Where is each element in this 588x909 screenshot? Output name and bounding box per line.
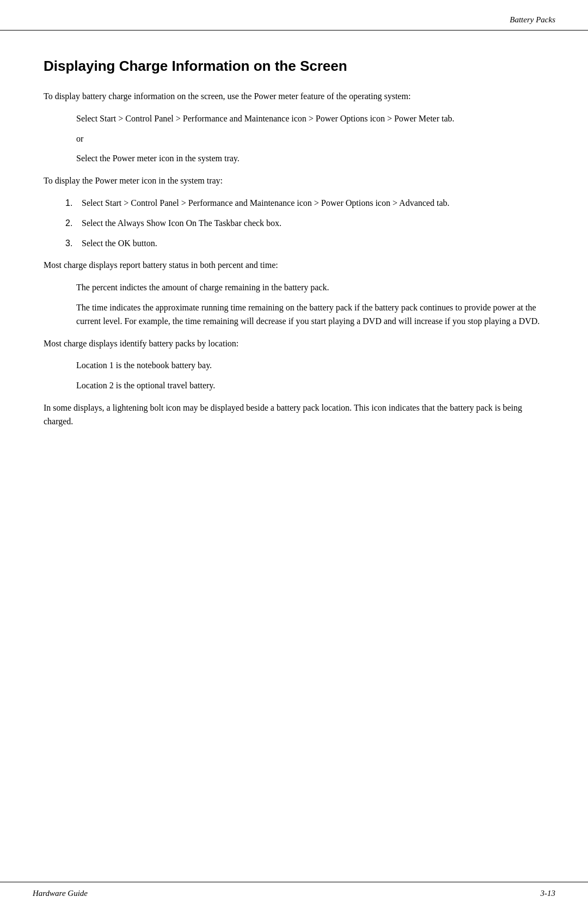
lightning-note: In some displays, a lightening bolt icon… [44,401,544,429]
system-tray-alt: Select the Power meter icon in the syste… [76,152,544,166]
numbered-list: 1. Select Start > Control Panel > Perfor… [65,197,544,250]
location-1: Location 1 is the notebook battery bay. [76,359,544,373]
item-number-2: 2. [65,217,82,230]
item-number-3: 3. [65,237,82,251]
header-title: Battery Packs [510,15,555,25]
item-text-2: Select the Always Show Icon On The Taskb… [82,217,544,230]
system-tray-intro: To display the Power meter icon in the s… [44,174,544,188]
item-number-1: 1. [65,197,82,210]
footer-left: Hardware Guide [33,889,88,898]
item-text-1: Select Start > Control Panel > Performan… [82,197,544,210]
charge-displays-intro: Most charge displays report battery stat… [44,259,544,272]
step-path-1: Select Start > Control Panel > Performan… [76,112,544,126]
intro-paragraph: To display battery charge information on… [44,90,544,103]
or-separator: or [76,132,544,146]
page-content: Displaying Charge Information on the Scr… [0,30,588,481]
indented-block-1: Select Start > Control Panel > Performan… [76,112,544,166]
footer-right: 3-13 [541,889,556,898]
location-2: Location 2 is the optional travel batter… [76,379,544,393]
page-header: Battery Packs [0,0,588,30]
location-intro: Most charge displays identify battery pa… [44,337,544,351]
list-item: 3. Select the OK button. [65,237,544,251]
page-container: Battery Packs Displaying Charge Informat… [0,0,588,909]
list-item: 1. Select Start > Control Panel > Perfor… [65,197,544,210]
indented-block-2: The percent indictes the amount of charg… [76,281,544,328]
page-footer: Hardware Guide 3-13 [0,882,588,909]
section-heading: Displaying Charge Information on the Scr… [44,58,544,75]
percent-info: The percent indictes the amount of charg… [76,281,544,295]
time-info: The time indicates the approximate runni… [76,301,544,328]
indented-block-3: Location 1 is the notebook battery bay. … [76,359,544,393]
list-item: 2. Select the Always Show Icon On The Ta… [65,217,544,230]
item-text-3: Select the OK button. [82,237,544,251]
